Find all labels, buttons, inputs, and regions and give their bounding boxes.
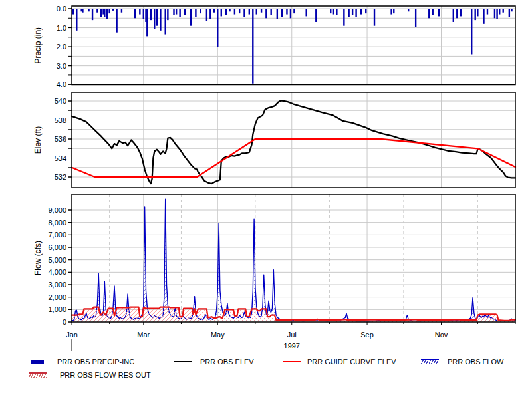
y-tick-label: 534 (55, 154, 66, 162)
y-tick-label: 1,000 (48, 305, 66, 313)
legend-item-obs-elev: PRR OBS ELEV (174, 356, 254, 367)
x-axis: JanMarMayJulSepNov1997 (66, 322, 515, 351)
y-tick-label: 3,000 (48, 281, 66, 289)
y-tick-label: 5,000 (48, 256, 66, 264)
month-tick-label: Jul (287, 331, 297, 339)
y-tick-label: 7,000 (48, 231, 66, 239)
legend-label: PRR GUIDE CURVE ELEV (307, 358, 396, 366)
legend-label: PRR OBS PRECIP-INC (57, 358, 134, 366)
y-tick-label: 8,000 (48, 219, 66, 227)
prr-obs-elev-series (72, 100, 515, 184)
flow-panel: 01,0002,0003,0004,0005,0006,0007,0008,00… (33, 194, 515, 326)
timeseries-chart: 0.01.02.03.04.0Precip (in)53253453653854… (0, 0, 532, 354)
legend: PRR OBS PRECIP-INC PRR OBS ELEV PRR GUID… (0, 354, 532, 388)
elev-axis-title: Elev (ft) (33, 126, 43, 154)
year-label: 1997 (284, 342, 300, 350)
elev-panel: 532534536538540Elev (ft) (33, 92, 515, 188)
chart-window: 0.01.02.03.04.0Precip (in)53253453653854… (0, 0, 532, 417)
precip-bar-swatch-icon (31, 360, 44, 364)
y-tick-label: 532 (55, 173, 66, 181)
prr-obs-flow-series (72, 199, 515, 322)
precip-panel: 0.01.02.03.04.0Precip (in) (33, 5, 515, 88)
month-tick-label: Nov (435, 331, 448, 339)
legend-item-guide-curve: PRR GUIDE CURVE ELEV (283, 356, 396, 367)
legend-label: PRR OBS ELEV (200, 358, 254, 366)
red-hatched-line-swatch-icon (29, 372, 47, 378)
y-tick-label: 4.0 (57, 80, 66, 88)
flow-axis-title: Flow (cfs) (33, 241, 43, 275)
y-tick-label: 1.0 (57, 24, 66, 32)
y-tick-label: 0 (63, 318, 66, 326)
y-tick-label: 6,000 (48, 243, 66, 251)
month-tick-label: Jan (66, 331, 78, 339)
month-tick-label: May (211, 331, 225, 339)
y-tick-label: 2,000 (48, 293, 66, 301)
legend-item-flow-res-out: PRR OBS FLOW-RES OUT (29, 370, 151, 380)
legend-item-obs-flow: PRR OBS FLOW (421, 356, 503, 367)
y-tick-label: 3.0 (57, 62, 66, 70)
precip-axis-title: Precip (in) (33, 27, 43, 64)
prr-obs-precip-inc-series (72, 9, 513, 84)
y-tick-label: 538 (55, 116, 66, 124)
y-tick-label: 2.0 (57, 43, 66, 51)
legend-item-precip-inc: PRR OBS PRECIP-INC (31, 356, 134, 367)
y-tick-label: 540 (55, 97, 66, 105)
legend-label: PRR OBS FLOW-RES OUT (60, 371, 151, 379)
y-tick-label: 0.0 (57, 5, 66, 13)
blue-hatched-line-swatch-icon (421, 359, 439, 364)
y-tick-label: 4,000 (48, 268, 66, 276)
y-tick-label: 536 (55, 135, 66, 143)
black-line-swatch-icon (174, 361, 192, 362)
month-tick-label: Mar (137, 331, 150, 339)
red-line-swatch-icon (283, 361, 301, 362)
month-tick-label: Sep (360, 331, 374, 339)
legend-label: PRR OBS FLOW (448, 358, 503, 366)
y-tick-label: 9,000 (48, 206, 66, 214)
